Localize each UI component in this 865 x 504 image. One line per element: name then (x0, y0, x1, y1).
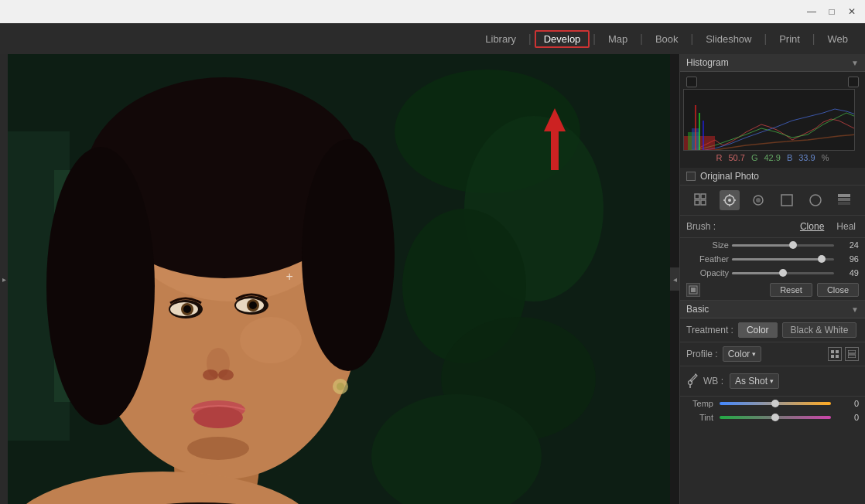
nav-book[interactable]: Book (646, 30, 688, 48)
opacity-track[interactable] (732, 272, 834, 274)
feather-track[interactable] (732, 258, 834, 261)
reset-button[interactable]: Reset (770, 283, 812, 297)
svg-point-20 (183, 305, 191, 313)
nav-sep-1: | (528, 32, 532, 45)
size-track[interactable] (732, 244, 834, 247)
right-panel-toggle[interactable]: ◂ (670, 267, 679, 291)
svg-rect-62 (848, 350, 856, 353)
top-nav: Library | Develop | Map | Book | Slidesh… (0, 23, 865, 54)
nav-sep-3: | (640, 32, 643, 45)
close-button[interactable]: ✕ (845, 5, 859, 19)
histogram-g-label: G (751, 153, 758, 162)
svg-point-13 (302, 139, 395, 371)
opacity-slider-row: Opacity 49 (680, 266, 865, 280)
tint-track[interactable] (720, 416, 831, 419)
svg-rect-42 (701, 200, 706, 205)
maximize-button[interactable]: □ (825, 5, 839, 19)
profile-icons-group (828, 347, 859, 361)
tool-spot-healing[interactable] (720, 190, 740, 210)
svg-rect-59 (836, 350, 839, 353)
brush-heal-option[interactable]: Heal (833, 220, 859, 233)
arrow-up-icon (544, 108, 566, 131)
svg-point-27 (187, 437, 249, 460)
nav-web[interactable]: Web (819, 30, 858, 48)
wb-dropdown[interactable]: As Shot ▾ (730, 373, 779, 389)
brush-options: Clone Heal (797, 220, 859, 233)
svg-rect-41 (695, 200, 699, 205)
svg-rect-63 (848, 355, 856, 358)
original-photo-row: Original Photo (680, 168, 865, 186)
nav-sep-6: | (812, 32, 815, 45)
svg-point-52 (810, 195, 821, 206)
histogram-b-label: B (787, 153, 792, 162)
histogram-canvas (683, 89, 855, 151)
wb-value: As Shot (735, 376, 768, 387)
histogram-corner-right[interactable] (848, 77, 859, 87)
tool-crop[interactable] (777, 190, 797, 210)
nav-print[interactable]: Print (770, 30, 809, 48)
feather-thumb (818, 255, 826, 263)
histogram-corner-left[interactable] (686, 77, 697, 87)
svg-rect-54 (838, 198, 850, 201)
tools-row (680, 186, 865, 216)
svg-point-44 (728, 199, 731, 202)
nav-map[interactable]: Map (599, 30, 637, 48)
opacity-label: Opacity (686, 268, 729, 278)
original-photo-checkbox[interactable] (686, 172, 696, 181)
temp-track[interactable] (720, 402, 831, 405)
svg-point-12 (46, 147, 155, 425)
brush-clone-option[interactable]: Clone (797, 220, 827, 233)
svg-point-21 (249, 301, 257, 309)
svg-rect-39 (695, 194, 699, 199)
profile-label: Profile : (686, 349, 718, 359)
treatment-label: Treatment : (686, 325, 733, 335)
right-panel: Histogram ▼ (679, 54, 865, 504)
size-fill (732, 244, 793, 247)
svg-point-24 (218, 369, 234, 380)
tool-radial[interactable] (805, 190, 826, 210)
temp-label: Temp (686, 399, 713, 408)
background-foliage-svg (8, 54, 670, 504)
histogram-container: R 50.7 G 42.9 B 33.9 % (680, 72, 865, 168)
eyedropper-icon[interactable] (686, 370, 700, 392)
main-area: ▸ (0, 54, 865, 504)
histogram-r-label: R (716, 153, 723, 162)
tool-graduated[interactable] (834, 190, 854, 210)
svg-point-23 (203, 369, 218, 380)
tint-slider-row: Tint 0 (680, 410, 865, 424)
brush-row: Brush : Clone Heal (680, 216, 865, 238)
tool-redeye[interactable] (748, 190, 768, 210)
bw-treatment-button[interactable]: Black & White (782, 322, 857, 338)
profile-row: Profile : Color ▾ (680, 342, 865, 366)
tool-grid[interactable] (691, 190, 711, 210)
basic-collapse-icon[interactable]: ▼ (851, 305, 859, 314)
original-photo-label: Original Photo (700, 171, 759, 182)
photo-area: + (8, 54, 670, 504)
minimize-button[interactable]: — (805, 5, 819, 19)
close-button-panel[interactable]: Close (817, 283, 859, 297)
nav-library[interactable]: Library (476, 30, 525, 48)
svg-point-30 (337, 383, 344, 390)
histogram-collapse-icon[interactable]: ▼ (851, 59, 859, 67)
basic-section-header: Basic ▼ (680, 301, 865, 318)
svg-point-50 (756, 198, 761, 203)
left-panel-toggle[interactable]: ▸ (0, 54, 8, 504)
profile-grid-view-icon[interactable] (828, 347, 842, 361)
profile-browse-icon[interactable] (845, 347, 859, 361)
nav-slideshow[interactable]: Slideshow (696, 30, 761, 48)
profile-dropdown[interactable]: Color ▾ (723, 346, 762, 362)
histogram-top-row (683, 75, 862, 89)
nav-develop[interactable]: Develop (535, 30, 590, 48)
title-bar: — □ ✕ (0, 0, 865, 23)
histogram-pct-sign: % (822, 153, 829, 162)
svg-point-64 (689, 381, 692, 385)
size-label: Size (686, 240, 729, 250)
left-panel-arrow-icon: ▸ (2, 275, 6, 284)
wb-dropdown-arrow-icon: ▾ (770, 377, 774, 385)
mask-icon-button[interactable] (686, 283, 700, 297)
temp-slider-row: Temp 0 (680, 397, 865, 410)
size-slider-row: Size 24 (680, 238, 865, 252)
histogram-header: Histogram ▼ (680, 54, 865, 72)
histogram-g-value: 42.9 (764, 153, 780, 162)
color-treatment-button[interactable]: Color (738, 322, 778, 338)
